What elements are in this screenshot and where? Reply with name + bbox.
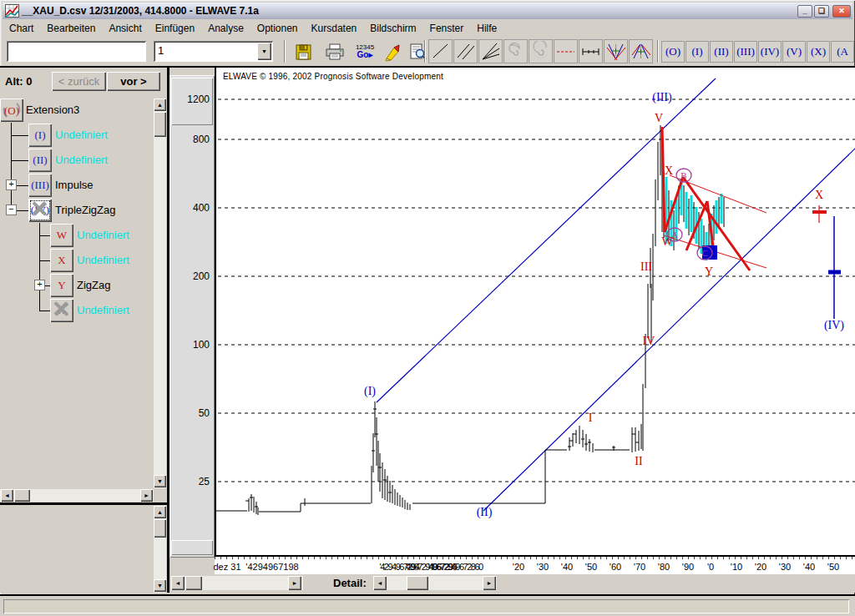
symbol-input[interactable] bbox=[7, 41, 146, 62]
chart-hscroll-left-arrow[interactable]: ◄ bbox=[171, 576, 185, 590]
chart-scroll-row: ◄ ► Detail: ◄ ► bbox=[169, 574, 855, 593]
tree-hscroll-thumb[interactable] bbox=[14, 489, 30, 502]
tree-expander-collapsed[interactable]: + bbox=[6, 179, 17, 190]
forward-button[interactable]: vor > bbox=[107, 72, 160, 91]
lower-vscroll-down-arrow[interactable]: ▼ bbox=[154, 579, 166, 592]
toolbar-separator bbox=[284, 40, 286, 63]
menu-item-hilfe[interactable]: Hilfe bbox=[470, 21, 503, 36]
detail-scroll-right-arrow[interactable]: ► bbox=[483, 576, 496, 590]
tree-node-label[interactable]: Undefiniert bbox=[55, 154, 108, 166]
title-bar[interactable]: __XAU_D.csv 12/31/2003, 414.8000 - ELWAV… bbox=[3, 3, 852, 19]
tree-node-label[interactable]: Extension3 bbox=[26, 104, 79, 116]
lower-vscroll-up-arrow[interactable]: ▲ bbox=[154, 506, 166, 518]
menu-item-optionen[interactable]: Optionen bbox=[250, 21, 305, 36]
menu-item-bildschirm[interactable]: Bildschirm bbox=[363, 21, 422, 36]
channel-up-tool-button[interactable] bbox=[629, 39, 653, 63]
wave-label-II: II bbox=[635, 455, 643, 467]
price-axis[interactable]: 12008004002001005025 bbox=[169, 75, 215, 558]
tree-node-label[interactable]: Undefiniert bbox=[77, 254, 129, 266]
print-button[interactable] bbox=[323, 40, 347, 63]
highlight-pen-button[interactable] bbox=[381, 40, 404, 63]
elwave-application-window: __XAU_D.csv 12/31/2003, 414.8000 - ELWAV… bbox=[0, 0, 855, 616]
fan-lines-tool-button[interactable] bbox=[478, 39, 503, 63]
tree-node-symbol-IV[interactable]: (IV) bbox=[28, 199, 52, 222]
close-button[interactable]: ✕ bbox=[832, 5, 851, 18]
tree-node-label[interactable]: Undefiniert bbox=[77, 229, 129, 241]
tree-node-symbol-W[interactable]: W bbox=[50, 224, 73, 247]
wave-label-III: (III) bbox=[652, 91, 672, 104]
tree-node-label[interactable]: Impulse bbox=[55, 179, 94, 191]
restore-button[interactable]: ❏ bbox=[814, 5, 829, 18]
detail-scroll-thumb[interactable] bbox=[407, 576, 428, 590]
spiral-circle-icon bbox=[530, 41, 551, 62]
save-button[interactable] bbox=[291, 40, 315, 63]
time-axis-label: '10 bbox=[731, 562, 742, 572]
chart-plot-area[interactable]: ELWAVE © 1996, 2002 Prognosis Software D… bbox=[215, 68, 855, 555]
menu-item-einfügen[interactable]: Einfügen bbox=[149, 21, 201, 36]
tree-node-label[interactable]: ZigZag bbox=[77, 279, 110, 291]
measure-tool-button[interactable] bbox=[579, 39, 603, 63]
tree-hscroll-left-arrow[interactable]: ◄ bbox=[1, 489, 13, 502]
tree-connector bbox=[39, 311, 50, 311]
tree-hscroll-right-arrow[interactable]: ► bbox=[140, 489, 153, 502]
gridlines bbox=[218, 99, 855, 482]
spiral-circle-tool-button[interactable] bbox=[529, 39, 553, 63]
menu-item-chart[interactable]: Chart bbox=[3, 21, 40, 36]
wave-button-II[interactable]: (II) bbox=[710, 41, 733, 63]
menu-item-kursdaten[interactable]: Kursdaten bbox=[305, 21, 364, 36]
parallel-lines-tool-button[interactable] bbox=[453, 39, 478, 63]
time-axis-label: '40 bbox=[561, 562, 573, 572]
minimize-button[interactable]: _ bbox=[797, 5, 812, 18]
wave-button-O[interactable]: (O) bbox=[661, 41, 685, 63]
interval-combobox[interactable]: 1 ▼ bbox=[154, 41, 273, 62]
combobox-dropdown-button[interactable]: ▼ bbox=[257, 43, 271, 60]
wave-button-IV[interactable]: (IV) bbox=[758, 41, 782, 63]
wave-button-A[interactable]: (A bbox=[831, 41, 854, 63]
dashed-line-tool-button[interactable] bbox=[554, 39, 578, 63]
menu-item-fenster[interactable]: Fenster bbox=[423, 21, 471, 36]
chart-hscroll-right-arrow[interactable]: ► bbox=[288, 576, 301, 590]
menu-item-analyse[interactable]: Analyse bbox=[201, 21, 250, 36]
wave-button-I[interactable]: (I) bbox=[686, 41, 709, 63]
trendline-tool-button[interactable] bbox=[428, 39, 453, 63]
menu-item-ansicht[interactable]: Ansicht bbox=[102, 21, 148, 36]
tree-node-label[interactable]: Undefiniert bbox=[77, 304, 129, 316]
tree-node-symbol-Y[interactable]: Y bbox=[50, 274, 73, 297]
menu-item-bearbeiten[interactable]: Bearbeiten bbox=[40, 21, 102, 36]
tree-node-symbol-X[interactable]: X bbox=[50, 299, 73, 322]
wave-label-Y: Y bbox=[705, 265, 713, 278]
tree-node-label[interactable]: Undefiniert bbox=[55, 129, 108, 141]
price-axis-thumb-bottom[interactable] bbox=[171, 540, 213, 555]
channel-down-tool-button[interactable] bbox=[604, 39, 628, 63]
tree-node-symbol-III[interactable]: (III) bbox=[28, 174, 52, 197]
extension-rotation-icon: (O) bbox=[1, 99, 23, 121]
wave-label-III: III bbox=[640, 260, 652, 273]
tree-node-symbol-II[interactable]: (II) bbox=[28, 149, 52, 172]
tree-vscroll-down-arrow[interactable]: ▼ bbox=[154, 475, 166, 487]
wave-button-III[interactable]: (III) bbox=[734, 41, 757, 63]
wave-label-W: W bbox=[661, 235, 673, 248]
tree-vscroll-track[interactable] bbox=[154, 98, 166, 488]
tree-node-label[interactable]: TripleZigZag bbox=[55, 204, 115, 216]
wave-button-X[interactable]: (X) bbox=[807, 41, 830, 63]
time-axis-label: '70 bbox=[634, 562, 645, 572]
wave-button-V[interactable]: (V) bbox=[782, 41, 806, 63]
go-to-wave-button[interactable]: 12345 Go▸ bbox=[353, 40, 377, 63]
alternative-counter: Alt: 0 bbox=[5, 75, 33, 88]
tree-node-symbol-O[interactable]: (O) bbox=[0, 98, 23, 122]
tree-node-symbol-X[interactable]: X bbox=[50, 249, 73, 272]
detail-scroll-left-arrow[interactable]: ◄ bbox=[373, 576, 387, 590]
lower-vscroll-thumb[interactable] bbox=[154, 519, 166, 538]
detail-label: Detail: bbox=[333, 577, 367, 589]
back-button[interactable]: < zurück bbox=[52, 72, 106, 91]
detail-scroll-track[interactable] bbox=[373, 576, 497, 590]
spiral-tool-button[interactable] bbox=[503, 39, 528, 63]
tree-vscroll-thumb[interactable] bbox=[154, 112, 166, 137]
tree-expander-collapsed[interactable]: + bbox=[34, 280, 45, 290]
channel-down-icon bbox=[605, 41, 626, 62]
tree-vscroll-up-arrow[interactable]: ▲ bbox=[154, 98, 166, 111]
copyright-text: ELWAVE © 1996, 2002 Prognosis Software D… bbox=[223, 72, 443, 81]
tree-node-symbol-I[interactable]: (I) bbox=[28, 124, 52, 147]
tree-expander-expanded[interactable]: − bbox=[6, 204, 17, 215]
chart-hscroll-thumb[interactable] bbox=[185, 576, 202, 590]
